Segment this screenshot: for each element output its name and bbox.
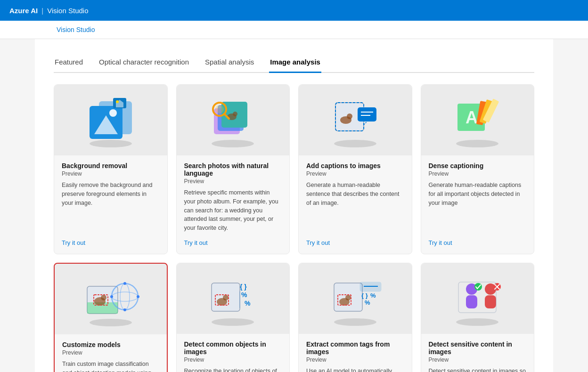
svg-point-55 <box>334 318 376 326</box>
cards-grid: Background removal Preview Easily remove… <box>54 84 534 372</box>
svg-rect-70 <box>485 295 496 308</box>
card-illustration-dense: A <box>421 85 534 155</box>
card-badge-customize: Preview <box>62 349 159 356</box>
tab-ocr[interactable]: Optical character recognition <box>98 53 190 73</box>
card-sensitive-content[interactable]: Detect sensitive content in images Previ… <box>421 263 535 372</box>
card-desc-sensitive: Detect sensitive content in images so yo… <box>429 367 527 372</box>
card-badge-dense: Preview <box>429 170 527 177</box>
card-illustration-customize <box>55 264 167 334</box>
main-content: Featured Optical character recognition S… <box>35 39 553 372</box>
card-title-sensitive: Detect sensitive content in images <box>429 340 527 356</box>
breadcrumb-bar: Vision Studio <box>0 21 588 39</box>
separator: | <box>41 7 43 15</box>
svg-point-44 <box>123 282 126 285</box>
tabs: Featured Optical character recognition S… <box>54 49 534 73</box>
card-desc-customize: Train custom image classification and ob… <box>62 360 159 372</box>
svg-text:%: % <box>370 292 376 299</box>
card-desc-dense: Generate human-readable captions for all… <box>429 181 527 233</box>
card-title-search: Search photos with natural language <box>184 162 282 177</box>
card-extract-tags[interactable]: { } % % Extract common tags from images … <box>298 263 412 372</box>
svg-point-49 <box>223 295 229 300</box>
card-body-customize: Customize models Preview Train custom im… <box>55 334 167 372</box>
svg-point-8 <box>212 140 254 147</box>
card-body-detect: Detect common objects in images Preview … <box>177 334 290 372</box>
card-illustration-detect: { } % % <box>177 263 290 334</box>
svg-point-15 <box>215 105 224 113</box>
card-desc-bg-removal: Easily remove the background and preserv… <box>62 181 160 233</box>
svg-point-43 <box>137 295 139 298</box>
card-customize-models[interactable]: Customize models Preview Train custom im… <box>54 263 168 372</box>
svg-point-46 <box>212 318 254 326</box>
svg-text:%: % <box>245 299 251 307</box>
card-link-captions[interactable]: Try it out <box>299 239 412 246</box>
card-link-dense[interactable]: Try it out <box>421 239 534 246</box>
svg-point-42 <box>110 295 113 298</box>
card-detect-objects[interactable]: { } % % Detect common objects in images … <box>176 263 290 372</box>
card-illustration-tags: { } % % <box>299 263 412 334</box>
svg-point-7 <box>116 100 119 103</box>
svg-text:A: A <box>466 108 478 127</box>
card-desc-detect: Recognize the location of objects of int… <box>184 367 282 372</box>
card-illustration-bg-removal <box>54 85 167 155</box>
card-background-removal[interactable]: Background removal Preview Easily remove… <box>54 84 168 254</box>
card-title-tags: Extract common tags from images <box>306 340 404 356</box>
card-body-sensitive: Detect sensitive content in images Previ… <box>421 334 534 372</box>
card-title-detect: Detect common objects in images <box>184 340 282 356</box>
card-desc-tags: Use an AI model to automatically assign … <box>306 367 404 372</box>
tab-image-analysis[interactable]: Image analysis <box>269 53 321 73</box>
svg-point-41 <box>120 283 130 310</box>
svg-point-33 <box>90 319 132 326</box>
svg-line-26 <box>364 121 367 125</box>
svg-point-4 <box>109 109 117 117</box>
card-body-search: Search photos with natural language Prev… <box>177 155 290 233</box>
svg-rect-67 <box>466 295 477 308</box>
card-desc-search: Retrieve specific moments within your ph… <box>184 188 282 233</box>
card-dense-captioning[interactable]: A Dense captioning Preview Generate huma… <box>421 84 535 254</box>
card-badge-search: Preview <box>184 178 282 185</box>
card-illustration-captions <box>299 85 412 155</box>
card-search-photos[interactable]: Search photos with natural language Prev… <box>176 84 290 254</box>
svg-text:%: % <box>241 291 247 299</box>
svg-point-37 <box>101 295 106 300</box>
tab-spatial[interactable]: Spatial analysis <box>204 53 255 73</box>
card-title-dense: Dense captioning <box>429 162 527 170</box>
card-illustration-search <box>177 85 290 155</box>
brand-name: Azure AI <box>9 7 38 15</box>
svg-point-65 <box>456 318 498 326</box>
card-badge-sensitive: Preview <box>429 356 527 363</box>
card-title-customize: Customize models <box>62 341 159 348</box>
card-body-tags: Extract common tags from images Preview … <box>299 334 412 372</box>
card-desc-captions: Generate a human-readable sentence that … <box>306 181 404 233</box>
svg-point-0 <box>90 140 132 147</box>
card-title-captions: Add captions to images <box>306 162 404 170</box>
breadcrumb-link[interactable]: Vision Studio <box>57 26 95 33</box>
card-link-bg-removal[interactable]: Try it out <box>54 239 167 246</box>
card-body-dense: Dense captioning Preview Generate human-… <box>421 155 534 233</box>
card-title-bg-removal: Background removal <box>62 162 160 170</box>
svg-text:{ }: { } <box>361 292 368 299</box>
svg-point-13 <box>233 112 237 116</box>
card-illustration-sensitive <box>421 263 534 334</box>
card-link-search[interactable]: Try it out <box>177 239 290 246</box>
card-add-captions[interactable]: Add captions to images Preview Generate … <box>298 84 412 254</box>
card-badge-tags: Preview <box>306 356 404 363</box>
svg-point-20 <box>347 113 352 119</box>
svg-point-17 <box>334 140 376 147</box>
svg-point-58 <box>345 295 351 300</box>
tab-featured[interactable]: Featured <box>54 53 84 73</box>
card-badge-detect: Preview <box>184 356 282 363</box>
svg-point-45 <box>123 308 126 311</box>
card-body-bg-removal: Background removal Preview Easily remove… <box>54 155 167 233</box>
card-badge-captions: Preview <box>306 170 404 177</box>
top-bar: Azure AI | Vision Studio <box>0 0 588 21</box>
card-body-captions: Add captions to images Preview Generate … <box>299 155 412 233</box>
svg-text:{ }: { } <box>240 283 247 291</box>
svg-text:%: % <box>365 299 370 306</box>
app-name: Vision Studio <box>47 7 88 15</box>
card-badge-bg-removal: Preview <box>62 170 160 177</box>
svg-point-27 <box>456 140 498 147</box>
